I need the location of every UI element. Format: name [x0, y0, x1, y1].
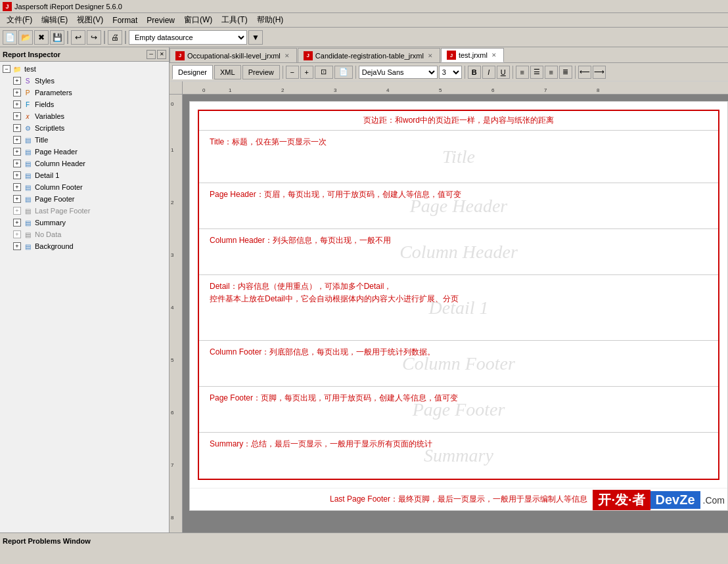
summary-icon: ▤: [22, 217, 33, 228]
last-page-footer-icon: ▤: [22, 206, 33, 216]
xml-tab-btn[interactable]: XML: [214, 65, 241, 79]
open-button[interactable]: 📂: [18, 30, 33, 45]
tree-item-page-header[interactable]: + ▤ Page Header: [0, 146, 169, 158]
tab-close-occupational[interactable]: ✕: [283, 52, 291, 60]
expand-title[interactable]: +: [13, 136, 21, 144]
tab-icon-candidate: J: [304, 51, 313, 60]
panel-header: Report Inspector ─ ✕: [0, 47, 169, 62]
zoom-out-button[interactable]: −: [286, 66, 299, 79]
undo-button[interactable]: ↩: [71, 30, 85, 45]
tree-item-column-footer[interactable]: + ▤ Column Footer: [0, 181, 169, 193]
menu-format[interactable]: Format: [108, 14, 141, 26]
tree-item-styles[interactable]: + S Styles: [0, 75, 169, 87]
print-button[interactable]: 🖨: [108, 30, 122, 45]
zoom-page-button[interactable]: 📄: [334, 66, 353, 79]
band-text-summary: Summary：总结，最后一页显示，一般用于显示所有页面的统计: [210, 438, 708, 450]
preview-tab-btn[interactable]: Preview: [242, 65, 280, 79]
tree-item-detail1[interactable]: + ▤ Detail 1: [0, 169, 169, 181]
report-tree: − 📁 test + S Styles + P Parameters + F F…: [0, 62, 169, 532]
font-size-select[interactable]: 3: [439, 66, 462, 79]
italic-button[interactable]: I: [482, 66, 495, 79]
tab-close-candidate[interactable]: ✕: [426, 52, 434, 60]
detail1-icon: ▤: [22, 170, 33, 181]
band-page-footer: Page Footer Page Footer：页脚，每页出现，可用于放页码，创…: [199, 387, 718, 433]
panel-minimize-button[interactable]: ─: [147, 50, 156, 59]
align-center-button[interactable]: ☰: [530, 66, 543, 79]
save-button[interactable]: 💾: [50, 30, 64, 45]
tree-item-variables[interactable]: + x Variables: [0, 110, 169, 122]
tree-item-background[interactable]: + ▤ Background: [0, 240, 169, 252]
datasource-select[interactable]: Empty datasource: [129, 30, 247, 45]
expand-detail1[interactable]: +: [13, 171, 21, 179]
zoom-fit-button[interactable]: ⊡: [315, 66, 333, 79]
panel-close-button[interactable]: ✕: [157, 50, 166, 59]
tree-item-page-footer[interactable]: + ▤ Page Footer: [0, 193, 169, 205]
align-justify-button[interactable]: ≣: [559, 66, 572, 79]
datasource-dropdown[interactable]: ▼: [248, 30, 263, 45]
underline-button[interactable]: U: [497, 66, 510, 79]
redo-button[interactable]: ↪: [87, 30, 101, 45]
expand-page-header[interactable]: +: [13, 148, 21, 156]
expand-scriptlets[interactable]: +: [13, 124, 21, 132]
align-right-button[interactable]: ≡: [545, 66, 558, 79]
right-area: J Occupational-skill-level_jrxml ✕ J Can…: [170, 47, 728, 532]
tab-close-test[interactable]: ✕: [490, 51, 498, 59]
style-icon: S: [22, 76, 33, 86]
expand-test[interactable]: −: [3, 65, 11, 73]
expand-variables[interactable]: +: [13, 112, 21, 120]
align-left-button[interactable]: ≡: [516, 66, 529, 79]
tab-candidate[interactable]: J Candidate-registration-table_jrxml ✕: [298, 48, 440, 62]
indent-left-button[interactable]: ⟵: [578, 66, 591, 79]
expand-page-footer[interactable]: +: [13, 195, 21, 203]
devze-box: 开·发·者 DevZe .Com: [593, 490, 727, 510]
expand-last-page-footer[interactable]: +: [13, 207, 21, 215]
indent-right-button[interactable]: ⟶: [593, 66, 606, 79]
tree-item-column-header[interactable]: + ▤ Column Header: [0, 158, 169, 169]
menu-file[interactable]: 文件(F): [3, 13, 36, 27]
tree-label-variables: Variables: [35, 112, 64, 120]
new-button[interactable]: 📄: [3, 30, 17, 45]
separator-1: [67, 31, 68, 44]
script-icon: ⚙: [22, 123, 33, 133]
band-text-title: Title：标题，仅在第一页显示一次: [210, 136, 708, 148]
column-header-icon: ▤: [22, 158, 33, 169]
band-content-column-footer: Column Footer：列底部信息，每页出现，一般用于统计列数据。: [199, 341, 718, 364]
menu-window[interactable]: 窗口(W): [180, 13, 216, 27]
ruler-h-inner: 0 1 2 3 4 5 6 7 8: [183, 81, 728, 95]
menu-help[interactable]: 帮助(H): [253, 13, 288, 27]
expand-fields[interactable]: +: [13, 100, 21, 108]
menu-edit[interactable]: 编辑(E): [37, 13, 72, 27]
expand-column-header[interactable]: +: [13, 160, 21, 167]
menu-view[interactable]: 视图(V): [73, 13, 107, 27]
tree-item-no-data[interactable]: + ▤ No Data: [0, 228, 169, 240]
expand-styles[interactable]: +: [13, 77, 21, 85]
tab-icon-occupational: J: [175, 51, 185, 60]
tree-item-test[interactable]: − 📁 test: [0, 63, 169, 75]
tree-item-title[interactable]: + ▤ Title: [0, 134, 169, 146]
font-select[interactable]: DejaVu Sans: [359, 66, 438, 79]
canvas-inner: 页边距：和word中的页边距一样，是内容与纸张的距离 Title Title：标…: [183, 95, 728, 517]
designer-tab-btn[interactable]: Designer: [172, 65, 213, 79]
tree-label-no-data: No Data: [35, 230, 61, 238]
close-button[interactable]: ✖: [34, 30, 49, 45]
tree-item-summary[interactable]: + ▤ Summary: [0, 217, 169, 228]
band-text-detail1-line1: Detail：内容信息（使用重点），可添加多个Detail，: [210, 280, 708, 293]
band-title: Title Title：标题，仅在第一页显示一次: [199, 131, 718, 183]
tree-item-last-page-footer[interactable]: + ▤ Last Page Footer: [0, 205, 169, 217]
bold-button[interactable]: B: [468, 66, 481, 79]
expand-no-data[interactable]: +: [13, 230, 21, 238]
expand-summary[interactable]: +: [13, 219, 21, 227]
zoom-in-button[interactable]: +: [300, 66, 313, 79]
expand-column-footer[interactable]: +: [13, 183, 21, 191]
menu-tools[interactable]: 工具(T): [217, 13, 251, 27]
tree-item-parameters[interactable]: + P Parameters: [0, 87, 169, 98]
tab-occupational[interactable]: J Occupational-skill-level_jrxml ✕: [170, 48, 297, 62]
tree-item-scriptlets[interactable]: + ⚙ Scriptlets: [0, 122, 169, 134]
tree-label-last-page-footer: Last Page Footer: [35, 207, 90, 215]
menu-preview[interactable]: Preview: [143, 14, 179, 26]
tab-test[interactable]: J test.jrxml ✕: [441, 48, 504, 62]
expand-background[interactable]: +: [13, 242, 21, 250]
expand-parameters[interactable]: +: [13, 89, 21, 97]
canvas-area[interactable]: 0 1 2 3 4 5 6 7 8 0 1 2 3: [170, 81, 728, 532]
tree-item-fields[interactable]: + F Fields: [0, 98, 169, 110]
